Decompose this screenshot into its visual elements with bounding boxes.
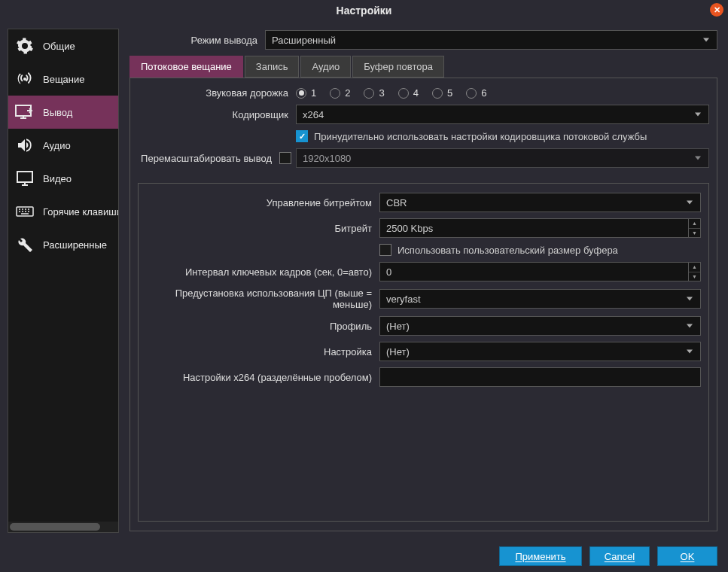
- keyframe-label: Интервал ключевых кадров (сек, 0=авто): [146, 266, 379, 278]
- monitor-icon: [14, 169, 35, 187]
- footer: Применить Cancel OK: [0, 540, 728, 572]
- sidebar-item-stream[interactable]: Вещание: [8, 62, 118, 96]
- sidebar-item-output[interactable]: Вывод: [8, 96, 118, 129]
- keyframe-down[interactable]: ▼: [689, 272, 700, 281]
- sidebar-label: Вещание: [43, 74, 85, 85]
- audio-track-radio-1[interactable]: 1: [296, 87, 316, 99]
- bitrate-down[interactable]: ▼: [689, 229, 700, 238]
- streaming-panel: Звуковая дорожка 1 2 3 4 5 6 Кодировщик …: [129, 78, 717, 531]
- bitrate-up[interactable]: ▲: [689, 219, 700, 229]
- titlebar: Настройки ✕: [0, 0, 728, 21]
- cancel-button[interactable]: Cancel: [589, 546, 650, 566]
- output-mode-select[interactable]: Расширенный: [265, 30, 717, 50]
- window-title: Настройки: [337, 5, 392, 17]
- rescale-checkbox[interactable]: [279, 152, 291, 164]
- sidebar: Общие Вещание Вывод Аудио Видео Горячие …: [8, 29, 119, 533]
- bitrate-label: Битрейт: [146, 223, 379, 234]
- rescale-label: Перемасштабировать вывод: [138, 153, 279, 164]
- audio-track-radio-6[interactable]: 6: [466, 87, 486, 99]
- tools-icon: [14, 236, 35, 254]
- sidebar-item-hotkeys[interactable]: Горячие клавиши: [8, 195, 118, 228]
- cpu-preset-label: Предустановка использования ЦП (выше = м…: [146, 288, 379, 310]
- scrollbar-thumb[interactable]: [10, 523, 100, 531]
- rate-control-label: Управление битрейтом: [146, 197, 379, 208]
- profile-label: Профиль: [146, 321, 379, 332]
- tab-audio[interactable]: Аудио: [300, 56, 351, 78]
- bitrate-input[interactable]: 2500 Kbps: [379, 218, 689, 238]
- tune-select[interactable]: (Нет): [379, 342, 701, 361]
- gear-icon: [14, 37, 35, 55]
- sidebar-item-video[interactable]: Видео: [8, 162, 118, 195]
- audio-track-label: Звуковая дорожка: [138, 87, 296, 99]
- keyframe-up[interactable]: ▲: [689, 263, 700, 272]
- ok-button[interactable]: OK: [657, 546, 717, 566]
- encoder-select[interactable]: x264: [296, 105, 709, 124]
- sidebar-label: Аудио: [43, 140, 71, 151]
- encoder-label: Кодировщик: [138, 109, 296, 120]
- encoder-settings-panel: Управление битрейтом CBR Битрейт 2500 Kb…: [138, 183, 709, 522]
- sidebar-label: Видео: [43, 173, 72, 184]
- sidebar-label: Вывод: [43, 107, 72, 118]
- sidebar-label: Горячие клавиши: [43, 206, 118, 218]
- x264opts-input[interactable]: [379, 367, 701, 387]
- sidebar-label: Расширенные: [43, 239, 107, 251]
- output-icon: [14, 103, 35, 121]
- x264opts-label: Настройки x264 (разделённые пробелом): [146, 372, 379, 383]
- close-button[interactable]: ✕: [710, 3, 723, 17]
- sidebar-item-advanced[interactable]: Расширенные: [8, 228, 118, 261]
- sidebar-item-audio[interactable]: Аудио: [8, 129, 118, 162]
- tab-streaming[interactable]: Потоковое вещание: [129, 56, 243, 78]
- custom-buffer-label: Использовать пользовательский размер буф…: [398, 245, 618, 256]
- tab-recording[interactable]: Запись: [245, 56, 300, 78]
- keyboard-icon: [14, 202, 35, 221]
- tune-label: Настройка: [146, 346, 379, 358]
- broadcast-icon: [14, 70, 35, 88]
- rate-control-select[interactable]: CBR: [379, 193, 701, 212]
- sidebar-scrollbar[interactable]: [8, 522, 118, 532]
- sidebar-label: Общие: [43, 41, 75, 52]
- profile-select[interactable]: (Нет): [379, 316, 701, 336]
- enforce-encoder-checkbox[interactable]: [296, 130, 308, 142]
- sidebar-item-general[interactable]: Общие: [8, 29, 118, 62]
- custom-buffer-checkbox[interactable]: [379, 244, 391, 256]
- audio-track-radio-3[interactable]: 3: [364, 87, 384, 99]
- speaker-icon: [14, 136, 35, 154]
- enforce-encoder-label: Принудительно использовать настройки код…: [314, 131, 647, 142]
- keyframe-input[interactable]: 0: [379, 262, 689, 281]
- audio-track-radio-2[interactable]: 2: [330, 87, 350, 99]
- audio-track-radio-4[interactable]: 4: [398, 87, 419, 99]
- tab-replay-buffer[interactable]: Буфер повтора: [352, 56, 444, 78]
- rescale-select[interactable]: 1920x1080: [296, 148, 709, 168]
- content-area: Режим вывода Расширенный Потоковое вещан…: [119, 21, 728, 540]
- audio-track-radio-5[interactable]: 5: [432, 87, 452, 99]
- cpu-preset-select[interactable]: veryfast: [379, 289, 701, 309]
- tabs: Потоковое вещание Запись Аудио Буфер пов…: [129, 56, 717, 78]
- output-mode-label: Режим вывода: [129, 35, 265, 46]
- apply-button[interactable]: Применить: [499, 546, 582, 566]
